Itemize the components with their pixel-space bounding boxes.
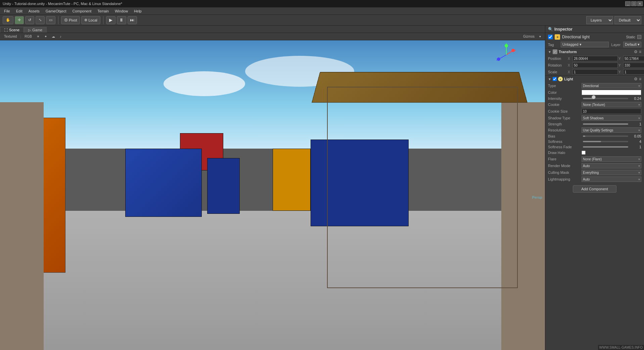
intensity-slider[interactable] [583,98,628,99]
position-row: Position X Y Z [545,55,644,62]
transform-settings: ⚙ ≡ [634,49,641,54]
intensity-label: Intensity [548,96,582,101]
audio-btn[interactable]: ♪ [58,34,63,39]
scene-tab[interactable]: ⛶ Scene [0,27,24,33]
main-toolbar: ✋ ✛ ↺ ⤡ ▭ ⦿ Pivot ⊕ Local ▶ ⏸ ⏭ Layers D… [0,15,644,26]
move-tool-button[interactable]: ✛ [15,16,24,24]
rot-y-input[interactable] [623,63,644,68]
softness-label: Softness [548,140,582,144]
scale-tool-button[interactable]: ⤡ [36,16,45,24]
shadow-type-row: Shadow Type Soft Shadows ▾ [545,115,644,121]
object-active-checkbox[interactable] [548,35,553,39]
scale-row: Scale X Y Z [545,69,644,75]
menu-help[interactable]: Help [131,8,144,14]
transform-menu-icon[interactable]: ≡ [639,49,641,54]
cookie-size-input[interactable] [582,109,641,114]
light-title: Light [564,77,573,81]
fx-btn[interactable]: ✦ [43,34,48,39]
culling-mask-row: Culling Mask Everything ▾ [545,169,644,176]
draw-halo-checkbox[interactable] [582,151,586,155]
strength-slider[interactable] [583,123,628,125]
menu-assets[interactable]: Assets [26,8,42,14]
shadow-type-value: Soft Shadows [583,116,604,120]
transform-section-header[interactable]: ▼ ⤢ Transform ⚙ ≡ [545,48,644,55]
pos-x-input[interactable] [572,56,618,61]
rect-tool-button[interactable]: ▭ [46,16,55,24]
skybox-btn[interactable]: ☁ [50,34,56,39]
scale-y-input[interactable] [623,69,644,75]
lightmapping-dropdown[interactable]: Auto ▾ [582,177,641,182]
title-text: Unity - Tutorial-done.unity - MecanimTut… [3,2,122,6]
culling-mask-dropdown[interactable]: Everything ▾ [582,170,641,175]
shadow-type-dropdown[interactable]: Soft Shadows ▾ [582,115,641,121]
flare-dropdown[interactable]: None (Flare) ▾ [582,156,641,162]
play-icon: ▶ [109,17,112,23]
inspector-header: 🔍 Inspector [545,26,644,33]
local-button[interactable]: ⊕ Local [81,16,100,24]
transform-settings-icon[interactable]: ⚙ [634,49,638,54]
add-component-button[interactable]: Add Component [573,185,616,193]
softness-fade-slider[interactable] [583,146,628,148]
type-dropdown[interactable]: Directional ▾ [582,83,641,88]
inspector-icon: 🔍 [548,27,553,32]
minimize-button[interactable]: _ [625,1,631,6]
cookie-size-label: Cookie Size [548,109,582,113]
scene-gizmo[interactable]: X Y Z [495,43,518,67]
softness-slider[interactable] [583,141,628,142]
gizmos-dropdown[interactable]: Gizmos [522,34,536,39]
layout-dropdown[interactable]: Default [614,16,641,24]
pivot-button[interactable]: ⦿ Pivot [61,16,80,24]
light-arrow: ▼ [548,77,551,81]
close-button[interactable]: ✕ [637,1,643,6]
menu-file[interactable]: File [1,8,13,14]
rot-x-input[interactable] [572,63,618,68]
intensity-thumb[interactable] [592,95,596,99]
render-mode-dropdown[interactable]: Textured [3,34,18,39]
gizmos-arrow: ▾ [538,34,542,39]
transform-title: Transform [559,50,577,54]
cookie-dropdown[interactable]: None (Texture) ▾ [582,102,641,107]
type-row: Type Directional ▾ [545,82,644,89]
scale-x-input[interactable] [572,69,618,75]
color-row: Color [545,89,644,96]
light-active-checkbox[interactable] [553,77,557,81]
pos-y-input[interactable] [623,56,644,61]
step-button[interactable]: ⏭ [128,16,137,24]
lighting-btn[interactable]: ☀ [35,34,41,39]
static-checkbox[interactable] [637,35,641,39]
layers-dropdown[interactable]: Layers [586,16,613,24]
layer-dropdown[interactable]: Default ▾ [623,42,641,47]
window-controls[interactable]: _ □ ✕ [625,1,643,6]
menu-window[interactable]: Window [112,8,131,14]
scene-tab-icon: ⛶ [4,28,8,32]
menu-terrain[interactable]: Terrain [95,8,111,14]
tag-dropdown[interactable]: Untagged ▾ [561,42,609,47]
softness-row: Softness 4 [545,139,644,144]
hand-tool-button[interactable]: ✋ [3,16,13,24]
light-menu-icon[interactable]: ≡ [639,77,641,81]
cloud-1 [164,71,245,96]
game-tab[interactable]: ▷ Game [24,27,47,33]
light-settings-icon[interactable]: ⚙ [634,77,638,81]
bias-value: 0.05 [630,134,641,138]
render-mode-row: Render Mode Auto ▾ [545,162,644,169]
rotate-tool-button[interactable]: ↺ [25,16,34,24]
inspector-title: Inspector [554,27,572,32]
bias-slider[interactable] [583,135,628,137]
shadow-type-label: Shadow Type [548,116,582,120]
maximize-button[interactable]: □ [631,1,637,6]
pause-button[interactable]: ⏸ [117,16,126,24]
resolution-dropdown[interactable]: Use Quality Settings ▾ [582,127,641,133]
game-tab-label: Game [32,28,42,32]
color-swatch[interactable] [582,90,641,95]
light-section-header[interactable]: ▼ ● Light ⚙ ≡ [545,75,644,82]
menu-component[interactable]: Component [70,8,94,14]
position-label: Position [548,56,566,61]
rotation-label: Rotation [548,63,566,67]
play-button[interactable]: ▶ [106,16,116,24]
rgb-dropdown[interactable]: RGB [23,34,33,39]
render-mode-dropdown[interactable]: Auto ▾ [582,163,641,168]
menu-edit[interactable]: Edit [13,8,25,14]
menu-gameobject[interactable]: GameObject [43,8,69,14]
viewport[interactable]: Persp X Y Z [0,40,545,350]
